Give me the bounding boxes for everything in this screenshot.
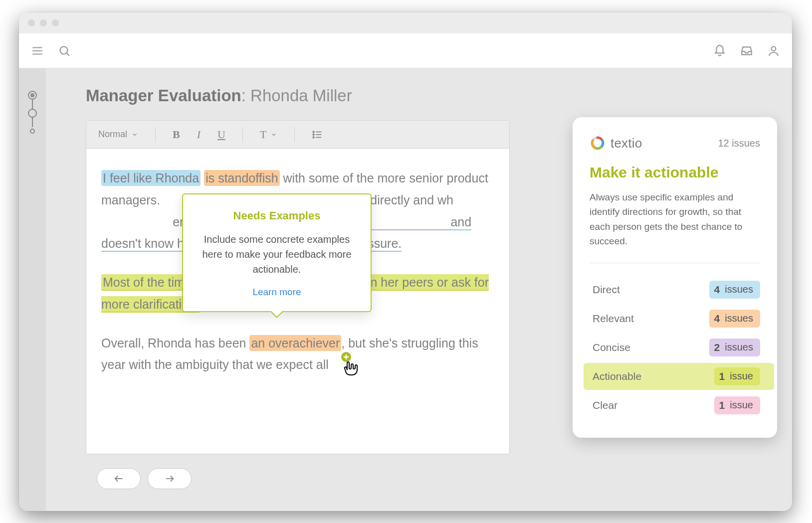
add-cursor-icon[interactable] <box>339 352 360 385</box>
window-titlebar <box>19 12 792 33</box>
inbox-icon[interactable] <box>740 44 753 57</box>
bell-icon[interactable] <box>713 44 726 57</box>
list-button[interactable] <box>309 127 326 142</box>
traffic-light-min[interactable] <box>40 19 47 26</box>
style-dropdown[interactable]: Normal <box>95 127 141 142</box>
italic-button[interactable]: I <box>194 126 203 143</box>
chevron-down-icon <box>131 131 138 138</box>
editor-body[interactable]: I feel like Rhonda is standoffish with s… <box>86 149 509 454</box>
tooltip-body: Include some concrete examples here to m… <box>196 232 358 277</box>
issue-row-relevant[interactable]: Relevant 4issues <box>590 304 760 333</box>
highlight-relevant-2[interactable]: an overachiever <box>249 335 341 351</box>
bold-button[interactable]: B <box>170 126 183 143</box>
chevron-down-icon <box>270 131 277 138</box>
page-title: Manager Evaluation: Rhonda Miller <box>86 86 792 105</box>
text-style-dropdown[interactable]: T <box>257 126 280 143</box>
svg-point-16 <box>313 137 315 138</box>
panel-title: Make it actionable <box>590 164 760 181</box>
svg-point-7 <box>31 94 34 97</box>
nav-arrows <box>97 468 192 489</box>
search-icon[interactable] <box>58 44 71 57</box>
panel-description: Always use specific examples and identif… <box>590 190 760 249</box>
brand: textio <box>590 135 642 151</box>
tooltip-learn-more-link[interactable]: Learn more <box>196 284 358 300</box>
badge-concise: 2issues <box>709 339 760 356</box>
left-rail <box>19 68 46 511</box>
panel-divider <box>590 263 760 263</box>
page-title-strong: Manager Evaluation <box>86 86 241 105</box>
badge-relevant: 4issues <box>709 310 760 328</box>
svg-point-3 <box>60 46 67 54</box>
editor-toolbar: Normal B I U T <box>86 121 509 149</box>
panel-header: textio 12 issues <box>590 135 760 151</box>
badge-clear: 1issue <box>714 396 760 414</box>
svg-point-12 <box>313 131 315 133</box>
svg-point-14 <box>313 134 315 135</box>
textio-logo-icon <box>590 135 606 151</box>
user-icon[interactable] <box>767 44 780 57</box>
insights-panel: textio 12 issues Make it actionable Alwa… <box>573 117 777 438</box>
svg-point-11 <box>30 129 34 133</box>
issue-row-direct[interactable]: Direct 4issues <box>590 275 760 304</box>
svg-line-4 <box>67 53 69 55</box>
app-window: Manager Evaluation: Rhonda Miller Normal… <box>19 12 792 511</box>
issue-row-actionable[interactable]: Actionable 1issue <box>590 362 760 391</box>
badge-actionable: 1issue <box>714 367 760 385</box>
menu-icon[interactable] <box>31 44 44 57</box>
tooltip-title: Needs Examples <box>196 206 358 226</box>
svg-point-5 <box>772 46 776 51</box>
issue-row-clear[interactable]: Clear 1issue <box>590 391 760 420</box>
badge-direct: 4issues <box>709 281 760 299</box>
next-button[interactable] <box>148 468 192 489</box>
paragraph-3: Overall, Rhonda has been an overachiever… <box>101 333 494 376</box>
brand-text: textio <box>610 136 642 151</box>
traffic-light-max[interactable] <box>52 19 59 26</box>
highlight-relevant[interactable]: is standoffish <box>204 170 279 186</box>
prev-button[interactable] <box>97 468 141 489</box>
topbar <box>19 33 792 68</box>
suggestion-tooltip: Needs Examples Include some concrete exa… <box>182 193 372 312</box>
svg-point-9 <box>28 109 36 117</box>
editor: Normal B I U T <box>86 120 510 454</box>
highlight-direct[interactable]: I feel like Rhonda <box>101 170 201 186</box>
underline-button[interactable]: U <box>214 126 228 143</box>
page-title-rest: : Rhonda Miller <box>241 86 352 105</box>
progress-rail-icon <box>26 89 39 144</box>
issue-row-concise[interactable]: Concise 2issues <box>590 333 760 362</box>
style-label: Normal <box>98 129 127 140</box>
total-issues: 12 issues <box>718 138 761 149</box>
traffic-light-close[interactable] <box>28 19 35 26</box>
